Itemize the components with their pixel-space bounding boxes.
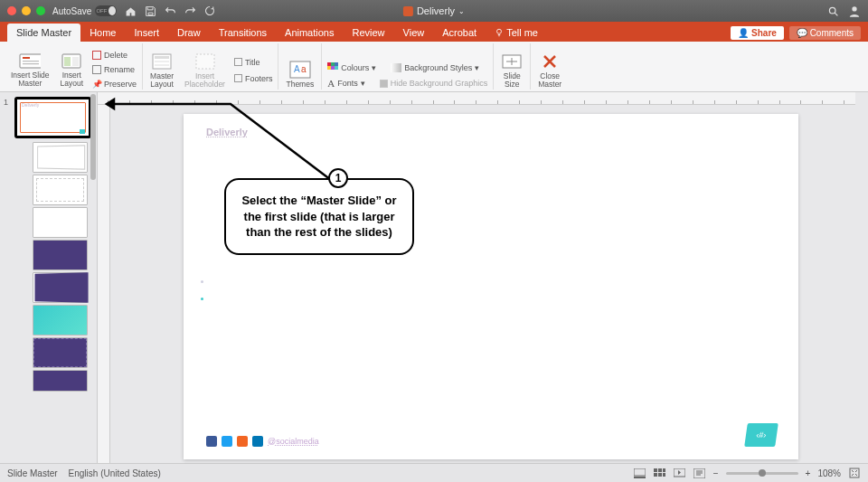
panel-scrollbar[interactable]: [90, 92, 97, 246]
insert-layout-button[interactable]: Insert Layout: [57, 50, 88, 90]
tab-home[interactable]: Home: [80, 24, 125, 42]
social-handle[interactable]: @socialmedia: [268, 437, 319, 446]
svg-rect-27: [634, 477, 646, 478]
autosave-toggle[interactable]: AutoSave OFF: [52, 5, 117, 16]
hide-bg-checkbox[interactable]: Hide Background Graphics: [378, 77, 490, 90]
facebook-icon[interactable]: [206, 436, 217, 447]
instruction-callout: 1 Select the “Master Slide” or the first…: [224, 178, 414, 255]
svg-rect-23: [335, 66, 338, 70]
layout-thumbnail[interactable]: [33, 175, 88, 205]
account-icon[interactable]: [848, 5, 861, 17]
colours-icon: [327, 62, 338, 73]
slide-editor[interactable]: Deliverly @socialmedia ‹#›: [184, 114, 798, 459]
zoom-slider[interactable]: [726, 472, 798, 475]
close-window-button[interactable]: [7, 6, 16, 15]
google-plus-icon[interactable]: [237, 436, 248, 447]
vertical-ruler: [98, 105, 110, 463]
scrollbar-thumb[interactable]: [90, 94, 96, 180]
layout-thumbnail[interactable]: [33, 337, 88, 368]
zoom-slider-knob[interactable]: [759, 469, 766, 477]
tab-review[interactable]: Review: [343, 24, 393, 42]
layout-thumbnail[interactable]: [33, 272, 88, 303]
bg-styles-dropdown[interactable]: Background Styles ▾: [389, 61, 481, 74]
tab-draw[interactable]: Draw: [168, 24, 210, 42]
document-title-wrap: Deliverly ⌄: [403, 5, 465, 16]
status-bar: Slide Master English (United States) − +…: [0, 463, 868, 482]
home-icon[interactable]: [124, 5, 137, 17]
tab-slide-master[interactable]: Slide Master: [7, 24, 80, 42]
zoom-level[interactable]: 108%: [817, 468, 841, 478]
rename-button[interactable]: Rename: [90, 64, 138, 75]
chevron-down-icon: ▾: [372, 63, 376, 72]
search-icon[interactable]: [826, 5, 839, 17]
group-edit-master: Insert Slide Master Insert Layout Delete…: [4, 43, 143, 90]
share-button[interactable]: 👤 Share: [731, 26, 784, 40]
slide-footer: @socialmedia: [206, 436, 319, 447]
colours-dropdown[interactable]: Colours ▾: [326, 61, 378, 74]
svg-rect-9: [72, 57, 79, 66]
layout-thumbnail[interactable]: [33, 142, 88, 173]
master-layout-icon: [151, 52, 173, 71]
tab-acrobat[interactable]: Acrobat: [433, 24, 486, 42]
reading-view-button[interactable]: [693, 467, 706, 479]
document-title: Deliverly: [417, 5, 455, 16]
insert-placeholder-button[interactable]: Insert Placeholder: [181, 51, 229, 90]
redo-icon[interactable]: [184, 5, 196, 17]
slideshow-view-button[interactable]: [674, 467, 686, 479]
tab-view[interactable]: View: [394, 24, 434, 42]
layout-thumbnail[interactable]: [33, 207, 88, 238]
slide-number: 1: [4, 98, 8, 107]
layout-thumbnail[interactable]: [33, 240, 88, 270]
svg-point-1: [852, 6, 856, 11]
placeholder-icon: [194, 52, 216, 71]
themes-button[interactable]: Aa Themes: [282, 59, 317, 90]
tab-transitions[interactable]: Transitions: [210, 24, 276, 42]
svg-rect-4: [23, 57, 30, 59]
save-icon[interactable]: [144, 5, 156, 17]
themes-icon: Aa: [289, 61, 311, 79]
title-chevron-icon[interactable]: ⌄: [458, 7, 465, 15]
preserve-button[interactable]: 📌Preserve: [90, 79, 138, 90]
normal-view-button[interactable]: [654, 467, 666, 479]
svg-rect-29: [658, 468, 662, 472]
tab-animations[interactable]: Animations: [276, 24, 343, 42]
comments-button[interactable]: 💬 Comments: [789, 26, 861, 40]
close-icon: [539, 52, 561, 71]
workspace: 1 Deliverly: [0, 92, 868, 463]
fonts-icon: A: [327, 78, 335, 89]
pin-icon: 📌: [92, 80, 101, 89]
insert-slide-master-button[interactable]: Insert Slide Master: [7, 50, 53, 90]
group-size: Slide Size: [494, 43, 531, 90]
fit-to-window-button[interactable]: [848, 467, 861, 479]
repeat-icon[interactable]: [203, 5, 216, 17]
editor-canvas[interactable]: Deliverly @socialmedia ‹#› 1 Select the …: [98, 92, 868, 463]
title-checkbox[interactable]: Title: [232, 57, 275, 68]
master-slide-thumbnail[interactable]: Deliverly: [14, 97, 91, 138]
notes-view-button[interactable]: [634, 467, 646, 479]
delete-button[interactable]: Delete: [90, 50, 138, 61]
layout-thumbnail[interactable]: [33, 305, 88, 336]
twitter-icon[interactable]: [222, 436, 232, 447]
master-layout-button[interactable]: Master Layout: [146, 51, 177, 90]
linkedin-icon[interactable]: [252, 436, 263, 447]
tell-me[interactable]: Tell me: [486, 24, 547, 42]
titlebar-right: [826, 5, 861, 17]
language-label[interactable]: English (United States): [69, 468, 161, 478]
quick-access-toolbar: [124, 5, 216, 17]
minimize-window-button[interactable]: [22, 6, 31, 15]
footers-checkbox[interactable]: Footers: [232, 73, 275, 84]
chevron-down-icon: ▾: [361, 79, 365, 88]
layout-thumbnail[interactable]: [33, 370, 88, 392]
close-master-button[interactable]: Close Master: [534, 51, 565, 90]
fonts-dropdown[interactable]: AFonts ▾: [326, 77, 366, 90]
undo-icon[interactable]: [164, 5, 176, 17]
svg-rect-11: [155, 56, 169, 59]
group-close: Close Master: [531, 43, 569, 90]
slide-size-button[interactable]: Slide Size: [497, 51, 526, 90]
tab-insert[interactable]: Insert: [125, 24, 168, 42]
slide-title-placeholder[interactable]: Deliverly: [206, 127, 248, 137]
zoom-in-button[interactable]: +: [806, 468, 811, 478]
maximize-window-button[interactable]: [36, 6, 45, 15]
autosave-switch[interactable]: OFF: [95, 5, 117, 16]
zoom-out-button[interactable]: −: [713, 468, 719, 478]
